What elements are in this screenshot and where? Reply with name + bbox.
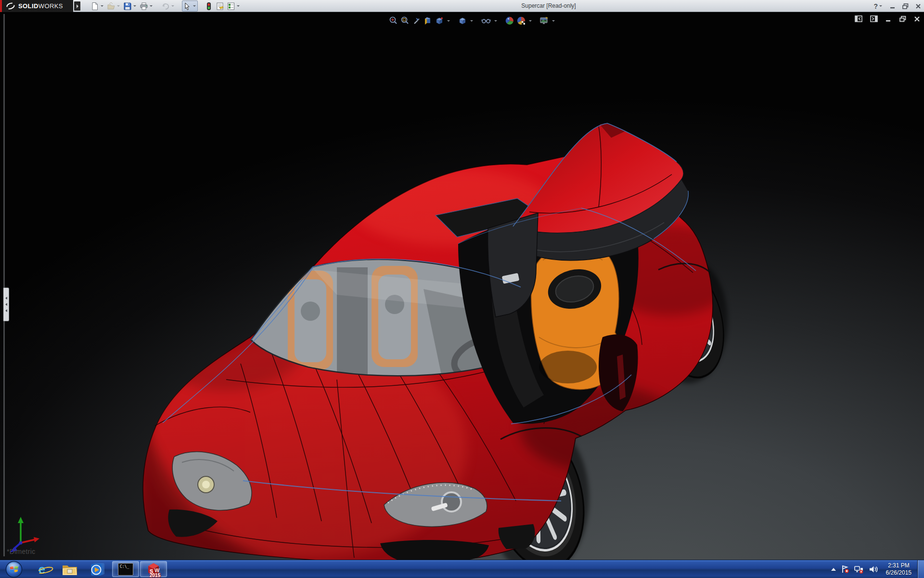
logo-red-sliver [0,0,2,12]
solidworks-button[interactable]: S W 2015 [140,561,167,577]
edit-appearance-button[interactable] [504,15,515,26]
solidworks-logo: SOLIDWORKS [0,0,73,12]
command-prompt-icon: C:\_ [118,563,133,576]
zoom-to-fit-button[interactable] [388,15,398,26]
display-style-icon [458,16,467,26]
collapse-arrow-icon [5,309,7,312]
view-settings-caret[interactable] [552,20,555,22]
action-center-flag-icon[interactable] [841,565,849,574]
zoom-to-area-button[interactable] [399,15,410,26]
folder-icon [62,563,78,576]
save-icon [123,2,132,11]
clock-date: 6/26/2015 [886,569,911,577]
standard-toolbar [90,0,242,12]
network-status-icon[interactable] [854,565,864,574]
zoom-to-fit-icon [388,16,398,26]
select-button[interactable] [182,0,198,12]
brand-text: SOLIDWORKS [18,2,63,10]
eyeglasses-icon [481,16,491,26]
collapse-arrow-icon [5,297,7,300]
restore-button[interactable] [902,3,909,9]
display-style-button[interactable] [457,15,468,26]
close-icon [915,3,921,9]
logo-expander-button[interactable] [74,1,80,11]
close-button[interactable] [915,3,921,9]
file-properties-icon [216,2,224,11]
view-orientation-caret[interactable] [447,20,450,22]
file-properties-button[interactable] [215,0,225,12]
undo-button[interactable] [160,0,176,12]
graphics-area[interactable]: *Dimetric [0,12,924,560]
print-icon [140,2,148,11]
collapse-left-pane-icon[interactable] [855,15,862,22]
save-button[interactable] [122,0,138,12]
supercar-3d-model [0,12,924,560]
previous-view-icon [411,16,421,26]
open-button[interactable] [106,0,122,12]
system-tray: 2:31 PM 6/26/2015 [831,560,916,578]
view-orientation-label: *Dimetric [7,548,35,555]
command-prompt-button[interactable]: C:\_ [112,561,139,577]
solidworks-2015-icon: S W 2015 [145,562,162,577]
display-style-caret[interactable] [470,20,473,22]
feature-manager-splitter[interactable] [3,14,5,556]
right-intake-grille [499,524,535,549]
options-icon [227,2,235,11]
restore-icon [902,3,909,9]
media-player-icon [90,562,105,577]
show-desktop-button[interactable] [917,560,924,578]
view-orientation-button[interactable] [434,15,445,26]
start-button[interactable] [0,561,27,577]
feature-manager-collapse-tab[interactable] [3,288,9,321]
options-button[interactable] [226,0,242,12]
minimize-icon [890,3,896,9]
edit-appearance-icon [505,16,514,26]
apply-scene-caret[interactable] [529,20,532,22]
view-orientation-icon [435,16,444,26]
new-document-button[interactable] [90,0,105,12]
collapse-arrow-icon [5,303,7,306]
clock-time: 2:31 PM [886,562,911,569]
windows-start-orb-icon [5,561,23,578]
apply-scene-icon [516,16,526,26]
apply-scene-button[interactable] [516,15,526,26]
document-close-icon[interactable] [914,16,920,22]
internet-explorer-icon: e [38,563,45,576]
media-player-button[interactable] [84,561,111,577]
undo-icon [161,2,170,11]
document-window-controls [855,15,920,22]
select-cursor-icon [183,2,192,11]
center-grille [380,540,489,560]
section-view-button[interactable] [423,15,433,26]
windows-explorer-button[interactable] [56,561,83,577]
hide-show-items-caret[interactable] [494,20,497,22]
volume-icon[interactable] [869,565,878,574]
document-restore-icon[interactable] [899,16,906,22]
view-settings-button[interactable] [539,15,550,26]
show-hidden-icons-button[interactable] [831,568,836,571]
expander-arrow-icon [77,4,78,8]
windows-taskbar: e C:\_ S W 2015 [0,560,924,578]
document-minimize-icon[interactable] [886,16,892,22]
rebuild-button[interactable] [204,0,214,12]
zoom-to-area-icon [400,16,410,26]
internet-explorer-button[interactable]: e [28,561,55,577]
view-settings-icon [539,16,549,26]
open-icon [107,2,116,11]
hide-show-items-button[interactable] [480,15,492,26]
heads-up-toolbar [388,15,556,26]
rebuild-traffic-light-icon [205,2,213,11]
section-view-icon [423,16,433,26]
new-document-icon [90,2,99,11]
previous-view-button[interactable] [411,15,422,26]
help-button[interactable]: ? [873,2,883,10]
print-button[interactable] [139,0,154,12]
collapse-right-pane-icon[interactable] [870,15,878,22]
minimize-button[interactable] [890,3,896,9]
titlebar: SOLIDWORKS [0,0,924,12]
solidworks-mark-icon [5,2,16,10]
document-title: Supercar [Read-only] [521,0,576,12]
taskbar-clock[interactable]: 2:31 PM 6/26/2015 [883,562,914,577]
